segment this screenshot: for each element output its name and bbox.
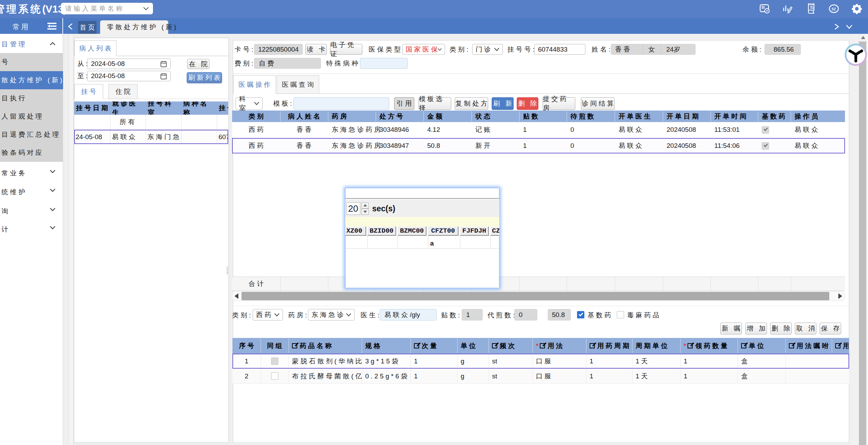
svg-text:SI: SI: [761, 6, 765, 9]
svg-text:SI: SI: [831, 6, 836, 12]
